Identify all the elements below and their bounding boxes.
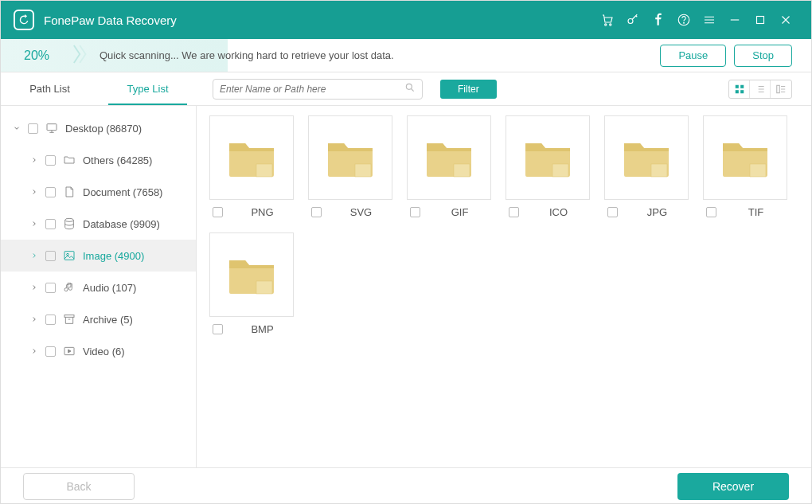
back-button[interactable]: Back (23, 473, 135, 500)
tree-item-archive[interactable]: Archive (5) (1, 303, 196, 335)
checkbox[interactable] (213, 324, 223, 334)
folder-label: PNG (231, 206, 294, 218)
svg-rect-16 (64, 315, 74, 318)
view-grid-icon[interactable] (729, 80, 750, 98)
folder-label: SVG (330, 206, 392, 218)
folder-label: JPG (626, 206, 689, 218)
svg-rect-23 (750, 164, 766, 177)
progress-bar: 20% Quick scanning... We are working har… (1, 39, 811, 72)
archive-icon (62, 312, 76, 326)
tree-item-others[interactable]: Others (64285) (1, 144, 196, 176)
tab-path-list[interactable]: Path List (1, 72, 99, 105)
svg-rect-21 (552, 164, 568, 177)
tree-label: Image (4900) (83, 250, 144, 262)
checkbox[interactable] (28, 123, 38, 134)
svg-rect-12 (47, 124, 57, 131)
checkbox[interactable] (45, 315, 56, 325)
key-icon[interactable] (620, 7, 646, 33)
search-input-wrap[interactable] (213, 79, 423, 100)
image-icon (62, 248, 76, 263)
folder-thumb[interactable] (407, 115, 491, 200)
tree-item-document[interactable]: Document (7658) (1, 176, 196, 208)
tree-item-video[interactable]: Video (6) (1, 335, 196, 367)
chevron-right-icon[interactable] (29, 347, 39, 355)
maximize-icon[interactable] (748, 7, 773, 33)
chevron-down-icon[interactable] (12, 124, 21, 132)
chevron-right-icon[interactable] (29, 188, 39, 196)
document-icon (62, 185, 76, 199)
tab-type-list[interactable]: Type List (99, 72, 197, 105)
progress-status: Quick scanning... We are working hard to… (100, 49, 394, 61)
search-input[interactable] (220, 84, 404, 95)
tree-label: Others (64285) (83, 154, 152, 166)
svg-rect-10 (740, 90, 744, 93)
chevron-right-icon[interactable] (29, 315, 39, 323)
folder-item[interactable]: GIF (407, 115, 491, 218)
close-icon[interactable] (773, 7, 798, 33)
checkbox[interactable] (45, 187, 56, 197)
minimize-icon[interactable] (722, 7, 748, 33)
tree-item-database[interactable]: Database (9909) (1, 208, 196, 240)
tree-root-desktop[interactable]: Desktop (86870) (1, 112, 196, 144)
checkbox[interactable] (706, 207, 716, 217)
search-icon[interactable] (404, 82, 416, 96)
chevron-right-icon[interactable] (29, 220, 39, 228)
folder-item[interactable]: BMP (209, 232, 294, 335)
pause-button[interactable]: Pause (660, 45, 726, 67)
checkbox[interactable] (45, 346, 56, 357)
app-title: FonePaw Data Recovery (44, 14, 177, 27)
svg-rect-18 (256, 164, 272, 177)
menu-icon[interactable] (697, 7, 722, 33)
folder-thumb[interactable] (308, 115, 392, 200)
svg-rect-7 (735, 84, 738, 88)
folder-thumb[interactable] (703, 115, 787, 200)
checkbox[interactable] (45, 251, 56, 261)
chevron-right-icon[interactable] (29, 283, 39, 291)
database-icon (62, 217, 76, 231)
folder-icon (62, 153, 76, 167)
folder-item[interactable]: ICO (506, 115, 590, 218)
checkbox[interactable] (311, 207, 322, 217)
svg-rect-19 (355, 164, 371, 177)
checkbox[interactable] (213, 207, 223, 217)
chevron-right-icon[interactable] (29, 252, 39, 260)
svg-point-0 (605, 24, 607, 25)
stop-button[interactable]: Stop (734, 45, 792, 67)
facebook-icon[interactable] (646, 7, 671, 33)
folder-thumb[interactable] (604, 115, 689, 200)
help-icon[interactable] (671, 7, 697, 33)
sidebar: Desktop (86870) Others (64285) Document … (1, 106, 197, 467)
folder-thumb[interactable] (209, 115, 294, 200)
checkbox[interactable] (45, 283, 56, 293)
svg-rect-9 (735, 90, 738, 93)
sidebar-tabs: Path List Type List (1, 72, 197, 105)
footer: Back Recover (1, 467, 811, 504)
recover-button[interactable]: Recover (677, 473, 789, 500)
folder-item[interactable]: PNG (209, 115, 294, 218)
checkbox[interactable] (607, 207, 618, 217)
folder-item[interactable]: SVG (308, 115, 392, 218)
cart-icon[interactable] (595, 7, 620, 33)
tree-item-audio[interactable]: Audio (107) (1, 272, 196, 303)
checkbox[interactable] (45, 155, 56, 166)
video-icon (62, 344, 76, 358)
view-detail-icon[interactable] (771, 80, 791, 98)
folder-item[interactable]: TIF (703, 115, 787, 218)
folder-thumb[interactable] (506, 115, 590, 200)
svg-point-2 (628, 19, 633, 24)
svg-point-4 (684, 22, 685, 23)
checkbox[interactable] (410, 207, 420, 217)
tree-label: Video (6) (83, 346, 125, 357)
filter-button[interactable]: Filter (440, 80, 497, 99)
chevron-right-icon[interactable] (29, 156, 39, 164)
folder-label: GIF (428, 206, 491, 218)
svg-rect-11 (777, 85, 780, 92)
tree-item-image[interactable]: Image (4900) (1, 240, 196, 272)
svg-point-1 (610, 24, 611, 25)
checkbox[interactable] (45, 219, 56, 229)
view-list-icon[interactable] (750, 80, 771, 98)
folder-label: TIF (724, 206, 787, 218)
folder-item[interactable]: JPG (604, 115, 689, 218)
checkbox[interactable] (509, 207, 519, 217)
folder-thumb[interactable] (209, 232, 294, 317)
